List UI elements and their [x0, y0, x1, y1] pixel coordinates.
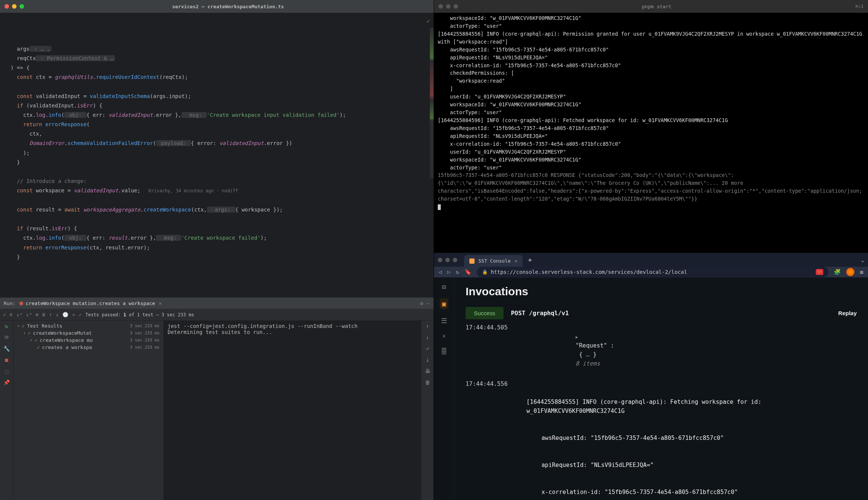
sst-sidebar: ⊟ ▣ ☰ ⚡ 🗄 ☀ → — [434, 278, 454, 500]
ide-title: services2 – createWorkspaceMutation.ts — [27, 4, 429, 9]
replay-button[interactable]: Replay — [838, 310, 857, 316]
url-text: https://console.serverless-stack.com/ser… — [491, 269, 687, 275]
ide-titlebar: services2 – createWorkspaceMutation.ts — [0, 0, 434, 13]
tab-title: SST Console — [478, 258, 511, 264]
test-run-panel: Run: ⬢ createWorkspace mutation.creates … — [0, 297, 434, 500]
window-close-icon[interactable] — [439, 4, 443, 9]
bookmark-icon[interactable]: 🔖 — [464, 269, 472, 275]
run-header: Run: ⬢ createWorkspace mutation.creates … — [0, 298, 434, 309]
back-icon[interactable]: ◁ — [439, 269, 442, 275]
layout-icon[interactable]: ⬚ — [5, 368, 8, 374]
window-maximize-icon[interactable] — [454, 4, 458, 9]
browser-tab[interactable]: SST Console × — [464, 255, 523, 267]
git-blame-annotation: Krivachy, 34 minutes ago · nodiff — [141, 188, 238, 193]
show-ignored-icon[interactable]: ⊘ — [10, 312, 13, 317]
tree-leaf[interactable]: ✓ creates a workspa 3 sec 233 ms — [16, 344, 161, 351]
sort-d-icon[interactable]: ↓ᵈ — [26, 312, 32, 317]
page-title: Invocations — [466, 285, 857, 298]
inspection-ok-icon: ✓ — [427, 17, 430, 26]
sidebar-item-home-icon[interactable]: ⊟ — [442, 283, 446, 291]
expand-icon[interactable]: ≡ — [36, 312, 39, 317]
print-icon[interactable]: 🖶 — [425, 368, 430, 374]
sidebar-item-archive-icon[interactable]: 🗄 — [441, 347, 448, 355]
sidebar-item-stacks-icon[interactable]: ☰ — [441, 317, 447, 325]
avatar[interactable] — [846, 268, 854, 276]
window-minimize-icon[interactable] — [446, 4, 451, 9]
test-console[interactable]: jest --config=jest.config.integration.js… — [164, 321, 421, 500]
scroll-down-icon[interactable]: ↓ — [426, 334, 429, 340]
pin-icon[interactable]: 📌 — [3, 379, 10, 385]
test-tree[interactable]: ▾✓ Test Results 3 sec 233 ms ▾✓ createWo… — [14, 321, 164, 500]
terminal-title: pnpm start — [461, 4, 852, 9]
minimize-panel-icon[interactable]: — — [427, 301, 430, 306]
terminal-cursor — [438, 204, 441, 210]
code-editor[interactable]: ✓ args : … , reqCtx : PermissionContext … — [0, 13, 434, 297]
ide-window: services2 – createWorkspaceMutation.ts ✓… — [0, 0, 434, 500]
window-minimize-icon[interactable] — [12, 4, 17, 9]
collapse-icon[interactable]: ≣ — [42, 312, 45, 317]
scroll-up-icon[interactable]: ↑ — [426, 323, 429, 329]
sidebar-item-functions-icon[interactable]: ⚡ — [442, 332, 446, 340]
new-tab-button[interactable]: + — [525, 253, 535, 267]
tree-root[interactable]: ▾✓ Test Results 3 sec 233 ms — [16, 322, 161, 329]
timestamp: 17:44:44.505 — [466, 323, 518, 377]
tab-list-icon[interactable]: ⌄ — [861, 257, 864, 263]
run-toolbar: ✓ ⊘ ↓ᵃ ↓ᵈ ≡ ≣ ↑ ↓ 🕘 » ✓ Tests passed: 1 … — [0, 309, 434, 321]
request-method: POST /graphql/v1 — [511, 310, 569, 317]
rerun-icon[interactable]: ↻ — [5, 323, 8, 329]
show-passed-icon[interactable]: ✓ — [3, 312, 6, 317]
browser-toolbar: ◁ ▷ ↻ 🔖 🔒 https://console.serverless-sta… — [434, 267, 868, 278]
menu-icon[interactable]: ≡ — [860, 269, 863, 276]
test-status-text: Tests passed: 1 of 1 test – 3 sec 233 ms — [85, 312, 194, 317]
gear-icon[interactable]: ⚙ — [420, 301, 423, 306]
terminal-output[interactable]: workspaceId: "w_01FVAMKCVV6KF00MNRC3274C… — [434, 13, 868, 252]
toggle-autotest-icon[interactable]: 🔧 — [3, 346, 10, 352]
invocation-row[interactable]: 17:44:44.556 [1644255884555] INFO (core-… — [466, 379, 857, 500]
window-close-icon[interactable] — [438, 258, 442, 262]
next-icon[interactable]: ↓ — [56, 312, 59, 317]
rerun-failed-icon[interactable]: ⟳ — [5, 334, 9, 340]
run-right-gutter: ↑ ↓ ⤶ ⤓ 🖶 🗑 — [421, 321, 434, 500]
lock-icon: 🔒 — [482, 269, 488, 275]
window-close-icon[interactable] — [5, 4, 9, 9]
sst-favicon-icon — [469, 258, 475, 264]
minimap[interactable] — [430, 28, 434, 178]
history-icon[interactable]: 🕘 — [62, 312, 68, 317]
window-maximize-icon[interactable] — [20, 4, 24, 9]
reload-icon[interactable]: ↻ — [456, 269, 459, 275]
address-bar[interactable]: 🔒 https://console.serverless-stack.com/s… — [477, 267, 829, 277]
invocation-row[interactable]: 17:44:44.505 ▶ "Request" : { … } 8 items — [466, 323, 857, 377]
timestamp: 17:44:44.556 — [466, 379, 518, 500]
forward-icon[interactable]: ▷ — [447, 269, 451, 275]
window-minimize-icon[interactable] — [445, 258, 450, 262]
brave-shield-icon[interactable]: 🛡 — [816, 269, 823, 275]
tree-node[interactable]: ▾✓ createWorkspaceMutat 3 sec 233 ms — [16, 329, 161, 337]
window-maximize-icon[interactable] — [453, 258, 457, 262]
sidebar-item-local-icon[interactable]: ▣ — [440, 298, 448, 309]
run-label: Run: — [4, 301, 15, 306]
run-left-gutter: ↻ ⟳ 🔧 ■ ⬚ 📌 — [0, 321, 14, 500]
scroll-end-icon[interactable]: ⤓ — [425, 357, 430, 363]
stop-icon[interactable]: ■ — [5, 357, 8, 363]
extensions-icon[interactable]: 🧩 — [834, 269, 841, 275]
trash-icon[interactable]: 🗑 — [425, 379, 430, 385]
run-config-name[interactable]: ⬢ createWorkspace mutation.creates a wor… — [19, 301, 155, 306]
prev-icon[interactable]: ↑ — [49, 312, 52, 317]
expand-icon[interactable]: ▶ — [576, 335, 578, 340]
sort-a-icon[interactable]: ↓ᵃ — [17, 312, 23, 317]
soft-wrap-icon[interactable]: ⤶ — [425, 346, 430, 352]
browser-window: SST Console × + ⌄ ◁ ▷ ↻ 🔖 🔒 https://cons… — [434, 252, 868, 500]
terminal-shortcut: ⌘⇧1 — [855, 4, 863, 9]
terminal-titlebar: pnpm start ⌘⇧1 — [434, 0, 868, 13]
sst-main: Invocations Success POST /graphql/v1 Rep… — [454, 278, 868, 500]
close-icon[interactable]: × — [159, 301, 162, 306]
status-badge: Success — [466, 307, 504, 319]
tree-node[interactable]: ▾✓ createWorkspace mu 3 sec 233 ms — [16, 337, 161, 344]
close-tab-icon[interactable]: × — [514, 258, 517, 264]
browser-tabstrip: SST Console × + ⌄ — [434, 253, 868, 267]
more-icon[interactable]: » — [72, 312, 75, 317]
